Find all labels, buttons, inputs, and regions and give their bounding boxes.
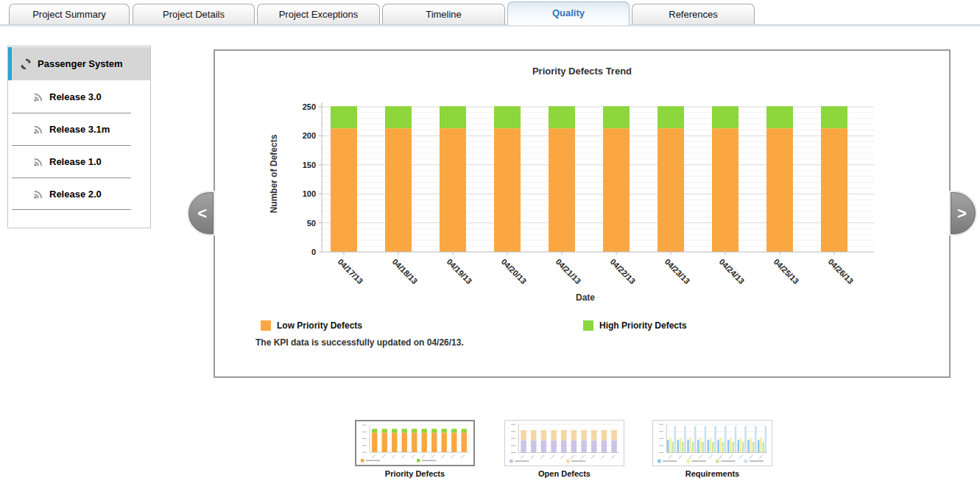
mini-bar [740,438,742,453]
mini-bar [392,432,397,452]
y-axis-label: Number of Defects [269,108,279,240]
mini-bar [667,440,669,452]
sidebar-item-release-3-0[interactable]: Release 3.0 [8,80,150,113]
mini-bar [708,440,710,452]
mini-x-tick [581,455,585,459]
x-axis-label: Date [512,292,659,303]
mini-bar [541,430,546,440]
mini-bar [735,426,737,452]
tab-project-details[interactable]: Project Details [133,4,255,25]
mini-legend-swatch [744,460,748,463]
mini-x-tick [739,455,743,459]
tab-label: Project Details [163,9,225,20]
sidebar-item-release-1-0[interactable]: Release 1.0 [8,145,150,178]
next-chart-button[interactable]: > [951,192,976,234]
legend-high-priority: High Priority Defects [583,320,687,331]
release-feed-icon [33,156,44,167]
bar-low-priority [494,128,521,252]
bar-low-priority [331,128,357,252]
bar-high-priority [658,106,684,128]
mini-x-tick [729,455,733,459]
mini-legend-swatch [716,460,719,463]
thumbnail-requirements[interactable] [652,420,772,466]
sidebar-item-label: Release 3.1m [49,124,110,135]
mini-bar [591,430,596,440]
mini-bar [431,432,437,452]
tab-quality[interactable]: Quality [507,1,630,25]
mini-x-tick [540,455,544,459]
tab-project-exceptions[interactable]: Project Exceptions [257,4,380,25]
tab-bar-divider [0,24,980,27]
tab-label: Timeline [426,9,462,20]
quality-dashboard: Project Summary Project Details Project … [0,0,980,495]
mini-bar [451,432,456,452]
previous-chart-button[interactable]: < [188,192,214,234]
tab-timeline[interactable]: Timeline [382,4,505,25]
mini-x-tick [688,455,692,459]
sidebar-item-release-2-0[interactable]: Release 2.0 [8,178,150,210]
mini-legend-swatch [566,460,570,463]
thumbnail-chart [505,421,624,466]
mini-x-tick [749,455,752,459]
sidebar-item-label: Passenger System [38,58,123,69]
mini-bar [727,440,730,452]
mini-bar [551,440,556,453]
mini-legend-swatch [658,460,661,463]
mini-bar [521,430,526,440]
tab-label: References [669,9,717,20]
mini-x-tick [759,455,763,459]
bar-low-priority [821,128,847,252]
mini-bar [758,440,760,452]
mini-bar [755,426,757,452]
mini-x-tick [669,455,672,459]
mini-x-tick [372,454,376,458]
mini-bar [611,440,616,453]
thumbnail-open-defects[interactable] [504,420,624,466]
kpi-status-note: The KPI data is successfully updated on … [255,337,464,348]
mini-x-tick [531,455,535,459]
mini-bar [717,440,719,452]
sidebar-item-release-3-1m[interactable]: Release 3.1m [8,113,150,145]
mini-x-tick [461,454,465,458]
tab-project-summary[interactable]: Project Summary [9,4,130,25]
bar-low-priority [658,128,684,252]
mini-bar [747,440,750,452]
mini-legend-swatch [361,459,364,463]
high-priority-swatch [583,320,593,331]
mini-bar [442,429,447,432]
mini-x-tick [521,455,524,459]
mini-bar [674,426,677,452]
legend-low-priority: Low Priority Defects [261,320,362,331]
y-tick-label: 150 [303,161,316,169]
release-feed-icon [33,124,44,135]
mini-bar [382,432,387,452]
x-tick-label: 04/25/13 [772,257,801,286]
sidebar-item-passenger-system[interactable]: Passenger System [8,47,150,80]
bar-high-priority [440,106,466,128]
y-tick-label: 50 [307,219,316,228]
mini-x-tick [601,455,604,459]
chevron-left-icon: < [197,204,207,223]
bar-low-priority [385,128,412,252]
sidebar-item-label: Release 2.0 [49,189,102,200]
thumbnail-label: Priority Defects [355,469,475,478]
y-tick-label: 0 [311,248,316,256]
mini-bar [752,442,755,453]
mini-x-tick [412,454,415,458]
bar-low-priority [549,128,575,252]
sidebar-item-label: Release 3.0 [49,91,102,102]
mini-bar [750,438,752,453]
x-tick-label: 04/21/13 [554,257,583,286]
tab-references[interactable]: References [632,4,755,25]
mini-legend-swatch [687,460,691,463]
mini-bar [402,429,407,432]
mini-bar [521,440,526,453]
thumbnail-priority-defects[interactable] [355,420,475,466]
mini-bar [442,432,447,452]
bar-high-priority [821,106,847,128]
mini-bar [611,430,616,440]
x-tick-label: 04/26/13 [827,257,856,286]
thumbnail-chart [653,421,772,466]
bar-high-priority [331,106,357,128]
mini-bar [722,442,725,453]
